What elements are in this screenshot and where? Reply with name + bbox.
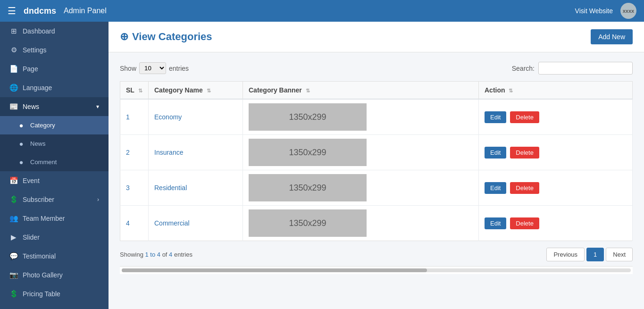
- banner-image: 1350x299: [249, 139, 367, 166]
- showing-text: Showing 1 to 4 of 4 entries: [120, 251, 192, 258]
- cell-category-banner: 1350x299: [243, 206, 479, 241]
- sidebar-label-team-member: Team Member: [23, 215, 65, 222]
- sidebar-sub-comment[interactable]: ● Comment: [0, 153, 109, 171]
- sidebar-sub-category[interactable]: ● Category: [0, 116, 109, 134]
- comment-dot-icon: ●: [17, 158, 25, 166]
- sidebar-label-page: Page: [23, 65, 38, 73]
- cell-category-name: Insurance: [149, 135, 243, 170]
- subscriber-arrow-icon: ›: [97, 196, 99, 203]
- cell-sl: 3: [120, 170, 149, 206]
- sidebar-sub-label-news: News: [30, 140, 46, 147]
- navbar: ☰ dndcms Admin Panel Visit Website xxxx: [0, 0, 644, 22]
- next-button[interactable]: Next: [606, 248, 633, 261]
- table-row: 2 Insurance 1350x299 Edit Delete: [120, 135, 633, 170]
- sidebar-label-dashboard: Dashboard: [23, 27, 55, 35]
- news-icon: 📰: [9, 102, 18, 111]
- add-new-button[interactable]: Add New: [591, 29, 633, 44]
- news-submenu: ● Category ● News ● Comment: [0, 116, 109, 171]
- prev-button[interactable]: Previous: [546, 248, 585, 261]
- sidebar-sub-label-comment: Comment: [30, 159, 57, 166]
- entries-select[interactable]: 10 25 50 100: [139, 62, 166, 74]
- event-icon: 📅: [9, 176, 18, 185]
- layout: ⊞ Dashboard ⚙ Settings 📄 Page 🌐 Language…: [0, 22, 644, 309]
- action-sort-icon: ⇅: [509, 88, 513, 93]
- sidebar-item-testimonial[interactable]: 💬 Testimonial: [0, 247, 109, 266]
- avatar[interactable]: xxxx: [620, 3, 636, 19]
- cell-action: Edit Delete: [479, 135, 633, 170]
- cell-category-name: Commercial: [149, 206, 243, 241]
- th-category-name: Category Name ⇅: [149, 82, 243, 100]
- categories-table: SL ⇅ Category Name ⇅ Category Banner ⇅: [120, 81, 633, 241]
- search-input[interactable]: [538, 62, 633, 75]
- delete-button[interactable]: Delete: [510, 182, 539, 194]
- scroll-bar-track[interactable]: [122, 268, 631, 272]
- news-arrow-icon: ▾: [96, 103, 99, 110]
- sidebar-item-event[interactable]: 📅 Event: [0, 171, 109, 190]
- page-header: ⊕ View Categories Add New: [109, 22, 644, 52]
- view-categories-icon: ⊕: [120, 31, 128, 43]
- banner-image: 1350x299: [249, 174, 367, 201]
- sidebar-item-dashboard[interactable]: ⊞ Dashboard: [0, 22, 109, 41]
- sidebar-item-news[interactable]: 📰 News ▾: [0, 97, 109, 116]
- settings-icon: ⚙: [9, 46, 18, 54]
- sidebar-item-settings[interactable]: ⚙ Settings: [0, 41, 109, 59]
- category-dot-icon: ●: [17, 121, 25, 129]
- delete-button[interactable]: Delete: [510, 111, 539, 123]
- sidebar-sub-news[interactable]: ● News: [0, 134, 109, 153]
- edit-button[interactable]: Edit: [485, 147, 506, 159]
- entries-label: entries: [169, 65, 189, 72]
- edit-button[interactable]: Edit: [485, 217, 506, 229]
- delete-button[interactable]: Delete: [510, 217, 539, 229]
- subscriber-icon: 💲: [9, 195, 18, 204]
- cell-category-name: Economy: [149, 99, 243, 135]
- edit-button[interactable]: Edit: [485, 111, 506, 123]
- show-label: Show: [120, 65, 136, 72]
- delete-button[interactable]: Delete: [510, 147, 539, 159]
- page-icon: 📄: [9, 65, 18, 73]
- content-area: Show 10 25 50 100 entries Search:: [109, 52, 644, 284]
- table-footer: Showing 1 to 4 of 4 entries Previous 1 N…: [120, 248, 633, 261]
- cell-category-name: Residential: [149, 170, 243, 206]
- cell-sl: 1: [120, 99, 149, 135]
- showing-range: 1 to 4: [145, 251, 160, 258]
- photo-gallery-icon: 📷: [9, 271, 18, 279]
- sidebar-item-slider[interactable]: ▶ Slider: [0, 228, 109, 247]
- page-title-text: View Categories: [132, 31, 212, 43]
- language-icon: 🌐: [9, 84, 18, 92]
- dashboard-icon: ⊞: [9, 27, 18, 35]
- sidebar-label-subscriber: Subscriber: [23, 196, 54, 203]
- sidebar-label-photo-gallery: Photo Gallery: [23, 271, 63, 279]
- sidebar-item-subscriber[interactable]: 💲 Subscriber ›: [0, 190, 109, 209]
- sidebar-label-settings: Settings: [23, 46, 47, 54]
- visit-website-link[interactable]: Visit Website: [575, 7, 613, 15]
- brand-logo: dndcms: [24, 6, 56, 16]
- sidebar-label-pricing-table: Pricing Table: [23, 290, 60, 298]
- slider-icon: ▶: [9, 233, 18, 242]
- panel-title: Admin Panel: [64, 7, 568, 15]
- nav-toggle-icon[interactable]: ☰: [8, 5, 16, 17]
- team-member-icon: 👥: [9, 214, 18, 223]
- cell-action: Edit Delete: [479, 99, 633, 135]
- sidebar-item-photo-gallery[interactable]: 📷 Photo Gallery: [0, 266, 109, 284]
- sidebar-sub-label-category: Category: [30, 122, 55, 129]
- sidebar-item-page[interactable]: 📄 Page: [0, 59, 109, 78]
- main-content: ⊕ View Categories Add New Show 10 25 50 …: [109, 22, 644, 309]
- table-row: 4 Commercial 1350x299 Edit Delete: [120, 206, 633, 241]
- sidebar-item-team-member[interactable]: 👥 Team Member: [0, 209, 109, 228]
- cell-action: Edit Delete: [479, 170, 633, 206]
- cell-sl: 4: [120, 206, 149, 241]
- scroll-bar-thumb: [122, 268, 427, 272]
- sidebar-label-slider: Slider: [23, 234, 40, 241]
- edit-button[interactable]: Edit: [485, 182, 506, 194]
- showing-total: 4: [169, 251, 172, 258]
- cell-category-banner: 1350x299: [243, 170, 479, 206]
- sidebar-item-language[interactable]: 🌐 Language: [0, 78, 109, 97]
- sl-sort-icon: ⇅: [138, 88, 142, 93]
- sidebar-item-pricing-table[interactable]: 💲 Pricing Table: [0, 284, 109, 303]
- page-1-button[interactable]: 1: [586, 248, 604, 261]
- table-controls: Show 10 25 50 100 entries Search:: [120, 62, 633, 75]
- sidebar-label-testimonial: Testimonial: [23, 252, 56, 260]
- banner-image: 1350x299: [249, 103, 367, 131]
- cell-category-banner: 1350x299: [243, 135, 479, 170]
- search-box: Search:: [512, 62, 633, 75]
